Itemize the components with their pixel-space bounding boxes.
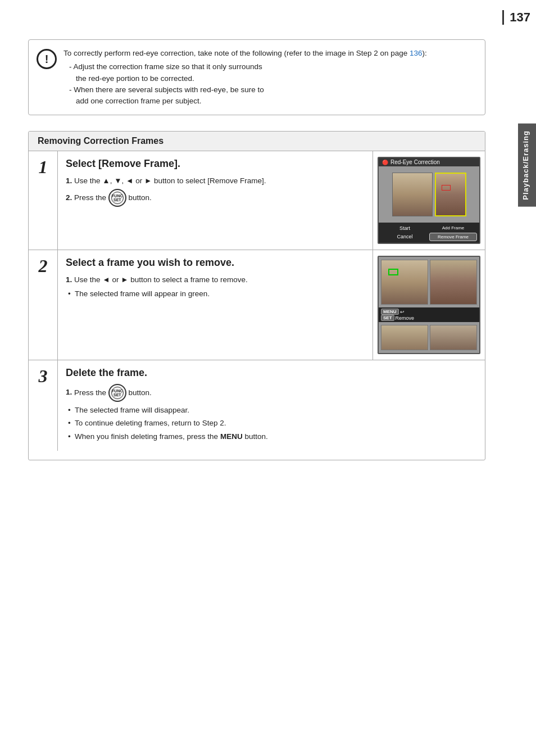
step-2-number: 2 [39, 256, 48, 277]
step2-faces-bottom [379, 322, 479, 353]
green-frame [388, 269, 398, 275]
cam-btn-start: Start [381, 224, 429, 232]
page-number-area: 137 [502, 10, 536, 25]
step-3-content: Delete the frame. Press the FUNCSET butt… [58, 360, 485, 450]
side-tab: Playback/Erasing [518, 124, 536, 207]
warning-list: Adjust the correction frame size so that… [63, 61, 427, 107]
func-set-button-step3: FUNCSET [108, 384, 126, 402]
camera-screen-buttons: Start Add Frame Cancel Remove Frame [379, 223, 479, 243]
step-3-sub1: Press the FUNCSET button. [66, 384, 477, 402]
screen-title-text: Red-Eye Correction [390, 159, 440, 165]
cam-btn-cancel: Cancel [381, 233, 429, 241]
step-1-sub1-text: Use the ▲, ▼, ◄ or ► button to select [R… [74, 176, 266, 185]
step-1-body: Use the ▲, ▼, ◄ or ► button to select [R… [66, 175, 365, 207]
step-2-content: Select a frame you wish to remove. Use t… [58, 250, 373, 360]
step-1-sub2-text: Press the [74, 193, 108, 202]
warning-item-2: When there are several subjects with red… [63, 84, 427, 107]
page-link[interactable]: 136 [410, 49, 423, 57]
face-2 [435, 173, 466, 216]
step-3-number-col: 3 [29, 360, 58, 450]
page-number: 137 [510, 10, 530, 25]
menu-key: MENU [381, 309, 399, 315]
step-1-sub2-suffix: button. [129, 193, 152, 202]
warning-item-1: Adjust the correction frame size so that… [63, 61, 427, 84]
warning-text: To correctly perform red-eye correction,… [63, 48, 427, 107]
step-1-heading: Select [Remove Frame]. [66, 158, 365, 170]
step-3-bullet1: The selected frame will disappear. [66, 404, 477, 417]
menu-icon: ↩ [400, 309, 405, 315]
step-3-body: Press the FUNCSET button. The selected f… [66, 384, 477, 443]
step-3-sub1-text: Press the [74, 388, 108, 396]
step-2-bullet1: The selected frame will appear in green. [66, 288, 365, 300]
warning-box: ! To correctly perform red-eye correctio… [28, 39, 485, 115]
step-1-sub2: Press the FUNCSET button. [66, 189, 365, 207]
step2-label-set: SET Remove [381, 315, 477, 321]
s2-face-sm-2 [430, 325, 477, 350]
camera-screen-body [379, 166, 479, 223]
s2-face-2 [430, 260, 477, 305]
step2-camera-screen: MENU ↩ SET Remove [378, 256, 480, 354]
cam-btn-add-frame: Add Frame [429, 224, 477, 232]
set-text: Remove [396, 315, 415, 321]
section-box: Removing Correction Frames 1 Select [Rem… [28, 131, 485, 460]
steps-container: 1 Select [Remove Frame]. Use the ▲, ▼, ◄… [29, 151, 485, 450]
menu-bold: MENU [220, 432, 243, 441]
step-1-image: 🔴 Red-Eye Correction [373, 151, 485, 250]
step-2-heading: Select a frame you wish to remove. [66, 257, 365, 269]
step-1-number-col: 1 [29, 151, 58, 250]
camera-screen-step1: 🔴 Red-Eye Correction [378, 157, 480, 244]
step2-faces-top [379, 257, 479, 307]
s2-face-sm-1 [381, 325, 428, 350]
warning-text-line1: To correctly perform red-eye correction,… [63, 49, 410, 57]
step-1: 1 Select [Remove Frame]. Use the ▲, ▼, ◄… [29, 151, 485, 250]
step-2-sub1-text: Use the ◄ or ► button to select a frame … [74, 275, 248, 284]
step-3-number: 3 [39, 366, 48, 387]
set-key: SET [381, 315, 394, 321]
step-3-heading: Delete the frame. [66, 367, 477, 379]
step-3-bullet2: To continue deleting frames, return to S… [66, 417, 477, 429]
step-3-sub1-suffix: button. [129, 388, 152, 396]
camera-screen-faces [390, 170, 469, 219]
step2-labels: MENU ↩ SET Remove [379, 307, 479, 322]
step-1-number: 1 [39, 157, 48, 178]
step-2-body: Use the ◄ or ► button to select a frame … [66, 274, 365, 300]
main-content: ! To correctly perform red-eye correctio… [28, 39, 485, 460]
step-3-bullet3: When you finish deleting frames, press t… [66, 431, 477, 443]
camera-screen-title: 🔴 Red-Eye Correction [379, 158, 479, 166]
step-1-content: Select [Remove Frame]. Use the ▲, ▼, ◄ o… [58, 151, 373, 250]
warning-icon: ! [37, 49, 57, 69]
step-2-sub1: Use the ◄ or ► button to select a frame … [66, 274, 365, 286]
step-3: 3 Delete the frame. Press the FUNCSET bu… [29, 360, 485, 450]
step-1-sub1: Use the ▲, ▼, ◄ or ► button to select [R… [66, 175, 365, 187]
face-1 [392, 173, 433, 216]
warning-text-line2: ): [423, 49, 427, 57]
step-2-number-col: 2 [29, 250, 58, 360]
section-title: Removing Correction Frames [29, 132, 485, 151]
cam-btn-remove-frame: Remove Frame [429, 233, 477, 241]
step2-label-menu: MENU ↩ [381, 309, 477, 315]
func-set-button-step1: FUNCSET [108, 189, 126, 207]
step-2-image: MENU ↩ SET Remove [373, 250, 485, 360]
step-2: 2 Select a frame you wish to remove. Use… [29, 250, 485, 360]
s2-face-1 [381, 260, 428, 305]
